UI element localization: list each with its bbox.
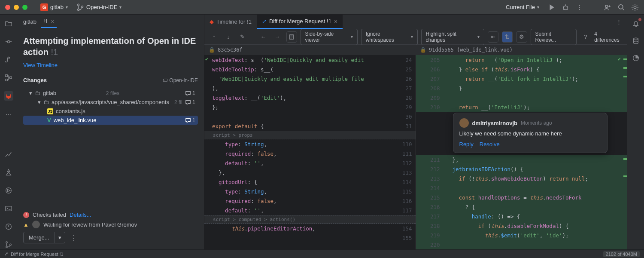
warning-icon: ▲ — [23, 221, 29, 228]
sync-scroll-icon[interactable]: ⇅ — [502, 31, 513, 43]
more-icon[interactable]: ⋮ — [575, 3, 583, 11]
branch-tag-label: Open-in-IDE — [169, 77, 198, 83]
tree-folder[interactable]: ▾ 🗀 app/assets/javascripts/vue_shared/co… — [23, 98, 198, 107]
tree-file-web-ide-link[interactable]: V web_ide_link.vue 1 — [23, 116, 198, 125]
debug-icon[interactable] — [562, 3, 569, 11]
services-tool-icon[interactable] — [4, 186, 13, 195]
diff-left-pane[interactable]: ✔ webIdeText: s__('WebIDE|Quickly and ea… — [204, 55, 416, 249]
more-tools-icon[interactable]: ⋯ — [4, 109, 13, 119]
review-comment-popup: dmitriysmirnovjb Moments ago Likely we n… — [453, 113, 608, 153]
svg-rect-12 — [5, 206, 11, 211]
svg-point-15 — [6, 246, 7, 248]
comment-count[interactable]: 1 — [185, 117, 195, 123]
comment-count[interactable]: 1 — [185, 99, 195, 105]
details-link[interactable]: Details... — [70, 212, 91, 218]
status-left-label[interactable]: Diff for Merge Request !1 — [11, 252, 64, 257]
diff-panes[interactable]: ✔ webIdeText: s__('WebIDE|Quickly and ea… — [204, 55, 627, 249]
file-icon[interactable] — [286, 31, 297, 43]
reply-link[interactable]: Reply — [459, 141, 474, 147]
changes-tree: ▾ 🗀 gitlab 2 files 1 ▾ 🗀 app/assets/java… — [23, 89, 198, 125]
structure-tool-icon[interactable] — [4, 73, 13, 83]
tree-file-constants[interactable]: JS constants.js — [23, 107, 198, 116]
whitespace-label: Ignore whitespaces — [366, 31, 408, 43]
branch-icon — [76, 3, 84, 11]
next-diff-icon[interactable]: ↓ — [223, 31, 234, 43]
vcs-tool-icon[interactable] — [4, 240, 13, 249]
window-controls — [5, 5, 27, 10]
submit-label: Submit Review... — [535, 31, 572, 43]
commit-tool-icon[interactable] — [4, 37, 13, 46]
tree-folder-meta: 2 fil — [174, 99, 182, 105]
svg-point-16 — [9, 244, 11, 246]
comment-count[interactable]: 1 — [185, 90, 195, 96]
database-tool-icon[interactable] — [631, 36, 641, 46]
edit-icon[interactable]: ✎ — [237, 31, 248, 43]
tab-options-icon[interactable]: ⋮ — [615, 18, 623, 26]
merge-button[interactable]: Merge... ▾ — [23, 232, 65, 243]
diff-settings-icon[interactable]: ⚙ — [516, 31, 527, 43]
maximize-window-icon[interactable] — [22, 5, 27, 10]
chevron-down-icon: ▾ — [537, 5, 539, 9]
view-timeline-link[interactable]: View Timeline — [23, 62, 198, 68]
run-icon[interactable] — [548, 3, 556, 11]
minimize-window-icon[interactable] — [14, 5, 19, 10]
viewer-mode-select[interactable]: Side-by-side viewer▾ — [301, 29, 358, 45]
resolve-link[interactable]: Resolve — [480, 141, 500, 147]
prev-diff-icon[interactable]: ↑ — [209, 31, 219, 43]
help-icon[interactable]: ? — [580, 31, 591, 43]
code-fold[interactable]: script > computed > actions() — [204, 215, 416, 224]
search-icon[interactable] — [617, 3, 625, 11]
diff-overview-ruler[interactable] — [623, 55, 627, 249]
terminal-tool-icon[interactable] — [4, 204, 13, 213]
tree-root-meta: 2 files — [106, 90, 119, 96]
collapse-icon[interactable]: ⇤ — [488, 31, 498, 43]
stats-tool-icon[interactable] — [4, 150, 13, 159]
branch-selector[interactable]: Open-in-IDE ▾ — [74, 2, 124, 12]
crumb-mr-tab[interactable]: !1 × — [41, 16, 57, 28]
project-selector[interactable]: G gitlab ▾ — [38, 2, 70, 12]
svg-point-2 — [82, 6, 83, 7]
pull-requests-tool-icon[interactable] — [4, 55, 13, 64]
editor-tabs: ◆ Timeline for !1 ⤢ Diff for Merge Reque… — [204, 15, 627, 29]
crumb-project[interactable]: gitlab — [23, 18, 36, 25]
close-icon[interactable]: × — [51, 18, 54, 25]
project-tool-icon[interactable] — [4, 19, 13, 28]
highlight-select[interactable]: Highlight split changes▾ — [421, 29, 485, 45]
folder-icon: 🗀 — [43, 99, 49, 105]
tree-root[interactable]: ▾ 🗀 gitlab 2 files 1 — [23, 89, 198, 98]
more-actions-icon[interactable]: ⋮ — [70, 233, 77, 243]
run-config-selector[interactable]: Current File ▾ — [503, 3, 542, 12]
error-icon: ! — [23, 212, 29, 218]
tab-timeline[interactable]: ◆ Timeline for !1 — [204, 15, 257, 29]
chevron-down-icon: ▾ — [66, 5, 68, 9]
notifications-icon[interactable] — [631, 19, 641, 28]
problems-tool-icon[interactable] — [4, 222, 13, 231]
vue-file-icon: V — [47, 117, 51, 123]
svg-rect-8 — [5, 75, 7, 77]
tree-file-label: web_ide_link.vue — [54, 117, 117, 123]
whitespace-select[interactable]: Ignore whitespaces▾ — [361, 29, 418, 45]
code-fold[interactable]: script > props — [204, 131, 416, 139]
left-revision-label: 83c5c36f — [218, 47, 243, 53]
tab-diff[interactable]: ⤢ Diff for Merge Request !1 × — [257, 15, 343, 29]
checkmark-icon: ✔ — [205, 56, 208, 62]
close-icon[interactable]: × — [334, 18, 337, 25]
chevron-down-icon[interactable]: ▾ — [55, 232, 65, 243]
commenter-name[interactable]: dmitriysmirnovjb — [472, 120, 517, 126]
build-tool-icon[interactable] — [4, 168, 13, 177]
diff-right-pane[interactable]: ✔ 205 return __('Open in IntelliJ'); 206… — [416, 55, 627, 249]
forward-icon[interactable]: → — [272, 31, 283, 43]
settings-icon[interactable] — [631, 3, 639, 11]
branch-tag[interactable]: 🏷 Open-in-IDE — [162, 77, 198, 83]
waiting-review-label: Waiting for review from Pavel Gromov — [43, 221, 137, 228]
chevron-down-icon: ▾ — [119, 5, 122, 9]
code-with-me-icon[interactable] — [604, 3, 611, 11]
svg-point-18 — [633, 38, 638, 40]
close-window-icon[interactable] — [5, 5, 10, 10]
gitlab-tool-icon[interactable] — [4, 91, 13, 101]
back-icon[interactable]: ← — [258, 31, 269, 43]
submit-review-button[interactable]: Submit Review... — [531, 29, 577, 45]
memory-indicator[interactable]: 2102 of 4040M — [603, 251, 640, 257]
svg-point-0 — [78, 4, 79, 6]
coverage-tool-icon[interactable] — [631, 53, 641, 63]
